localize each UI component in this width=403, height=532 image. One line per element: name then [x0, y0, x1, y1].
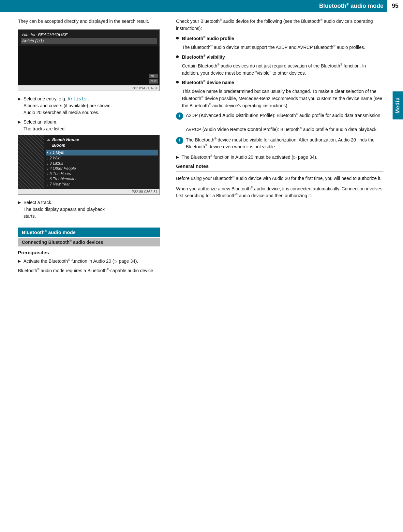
track-text-1: 1 Myth	[52, 150, 64, 155]
select-entry-suffix: .	[87, 96, 89, 101]
bullet-text-2: Select an album. The tracks are listed.	[23, 119, 66, 132]
info-icon-1: i	[176, 112, 183, 120]
device-name-label: Bluetooth® device name	[182, 80, 234, 85]
bullet-text-1: Select one entry, e.g. Artists . Albums …	[23, 96, 112, 116]
bullet-text-function: The Bluetooth® function in Audio 20 must…	[182, 154, 317, 161]
screenshot-album: ⏏ Beach House Bloom • ♪ 1 Myth ♪2 Wild	[18, 135, 160, 195]
page-number: 95	[387, 0, 403, 12]
select-entry-sub2: Audio 20 searches all media sources.	[23, 110, 99, 115]
media-side-tab: Media	[393, 91, 403, 119]
right-column: Check your Bluetooth® audio device for t…	[170, 18, 403, 277]
select-track-sub2: starts.	[23, 214, 36, 219]
bullet-content-2: Bluetooth® visibility	[182, 54, 383, 61]
bullet-content-1: Bluetooth® audio profile	[182, 35, 383, 42]
bold-a2: A	[222, 113, 226, 118]
bullet-select-album: ▶ Select an album. The tracks are listed…	[18, 119, 160, 132]
bullet-arrow-3: ▶	[18, 200, 21, 205]
info-text-1: A2DP (Advanced Audio Distribution Profil…	[186, 112, 380, 133]
screen-row-hits: Hits for: BEACHHOUSE	[21, 32, 157, 38]
ok-clr-buttons: ok CLR	[149, 74, 158, 83]
track-note-icon-2: ♪	[47, 156, 49, 160]
bullet-text-3: Select a track. The basic display appear…	[23, 199, 105, 220]
bullet-content-3: Bluetooth® device name	[182, 79, 383, 86]
bullet-function-activated: ▶ The Bluetooth® function in Audio 20 mu…	[176, 154, 383, 161]
bullet-arrow-1: ▶	[18, 96, 21, 102]
album-title-block: Beach House Bloom	[52, 137, 79, 148]
track-item-7[interactable]: ♪7 New Year	[47, 182, 157, 187]
track-item-4[interactable]: ♪4 Other People	[47, 166, 157, 171]
general-notes-para2: When you authorize a new Bluetooth® audi…	[176, 185, 383, 200]
section-heading-bluetooth: Bluetooth® audio mode	[18, 228, 160, 237]
bold-a1: A	[201, 113, 204, 118]
bullet-arrow-right: ▶	[176, 154, 179, 160]
bold-v1: V	[217, 127, 220, 132]
track-note-icon-4: ♪	[47, 167, 49, 170]
album-art-pattern	[18, 135, 44, 189]
screen-dark-area	[18, 46, 159, 85]
general-notes-divider	[176, 171, 383, 172]
bullet-visibility: Bluetooth® visibility	[176, 54, 383, 61]
page-header: Bluetooth® audio mode 95	[0, 0, 403, 12]
track-item-6[interactable]: ♪6 Troublemaker	[47, 176, 157, 182]
bold-p1: P	[260, 113, 262, 118]
bullet-select-entry: ▶ Select one entry, e.g. Artists . Album…	[18, 96, 160, 116]
artists-link[interactable]: Artists	[67, 96, 87, 101]
track-item-5[interactable]: ♪5 The Hours	[47, 171, 157, 176]
audio-profile-label: Bluetooth® audio profile	[182, 36, 234, 41]
bullet-activate-bluetooth: ▶ Activate the Bluetooth® function in Au…	[18, 258, 160, 265]
select-album-text: Select an album.	[23, 119, 57, 125]
eject-icon: ⏏	[47, 138, 50, 142]
clr-button[interactable]: CLR	[149, 79, 158, 83]
main-content: They can be accepted directly and displa…	[0, 12, 403, 284]
bullet-arrow-4: ▶	[18, 258, 21, 264]
info-box-a2dp: i A2DP (Advanced Audio Distribution Prof…	[176, 112, 383, 133]
bullet-select-track: ▶ Select a track. The basic display appe…	[18, 199, 160, 220]
prereq-para: Bluetooth® audio mode requires a Bluetoo…	[18, 267, 160, 274]
bold-a3: A	[204, 127, 207, 132]
general-notes-para1: Before using your Bluetooth® audio devic…	[176, 175, 383, 182]
bold-c1: C	[247, 127, 251, 132]
select-track-text: Select a track.	[23, 200, 52, 205]
select-entry-prefix: Select one entry, e.g.	[23, 96, 67, 101]
select-entry-sub1: Albums and covers (if available) are sho…	[23, 103, 112, 108]
info-text-2: The Bluetooth® device must be visible fo…	[186, 137, 383, 151]
track-note-icon-3: ♪	[47, 162, 49, 165]
album-title-line1: Beach House	[52, 137, 79, 142]
ok-button[interactable]: ok	[149, 74, 158, 78]
screenshot-caption-2: P82.89-0362-31	[18, 189, 159, 194]
track-note-icon-7: ♪	[47, 183, 49, 186]
info-box-visible: i The Bluetooth® device must be visible …	[176, 137, 383, 151]
audio-profile-sub: The Bluetooth® audio device must support…	[182, 44, 383, 51]
info-icon-2: i	[176, 137, 183, 144]
bullet-device-name: Bluetooth® device name	[176, 79, 383, 86]
right-intro-para: Check your Bluetooth® audio device for t…	[176, 18, 383, 32]
visibility-sub: Certain Bluetooth® audio devices do not …	[182, 63, 383, 77]
track-item-2[interactable]: ♪2 Wild	[47, 155, 157, 161]
bold-d1: D	[235, 113, 239, 118]
bullet-dot-2	[176, 55, 179, 58]
track-bullet-active: •	[47, 150, 48, 155]
album-art	[18, 135, 44, 189]
bullet-audio-profile: Bluetooth® audio profile	[176, 35, 383, 42]
select-track-sub1: The basic display appears and playback	[23, 207, 105, 212]
track-note-icon-6: ♪	[47, 177, 49, 181]
visibility-label: Bluetooth® visibility	[182, 54, 225, 60]
bullet-text-4: Activate the Bluetooth® function in Audi…	[23, 258, 138, 265]
track-item-1[interactable]: • ♪ 1 Myth	[46, 150, 158, 155]
screenshot-search: Hits for: BEACHHOUSE Artists (1/1) ok CL…	[18, 29, 160, 91]
left-column: They can be accepted directly and displa…	[0, 18, 170, 277]
device-name-sub: This device name is predetermined but ca…	[182, 88, 383, 109]
track-item-3[interactable]: ♪3 Lazuli	[47, 161, 157, 166]
track-note-icon-5: ♪	[47, 172, 49, 176]
bullet-arrow-2: ▶	[18, 119, 21, 125]
general-notes-heading: General notes	[176, 163, 383, 169]
prerequisites-heading: Prerequisites	[18, 250, 160, 255]
album-info: ⏏ Beach House Bloom • ♪ 1 Myth ♪2 Wild	[44, 135, 159, 189]
bold-r1: R	[230, 127, 233, 132]
screen-inner-1: Hits for: BEACHHOUSE Artists (1/1)	[18, 30, 159, 46]
bullet-dot-1	[176, 37, 179, 39]
select-album-sub: The tracks are listed.	[23, 126, 66, 131]
screenshot-caption-1: P82.89-0361-31	[18, 85, 159, 91]
header-title: Bluetooth® audio mode	[319, 3, 383, 9]
sub-heading-connecting: Connecting Bluetooth® audio devices	[18, 238, 160, 246]
